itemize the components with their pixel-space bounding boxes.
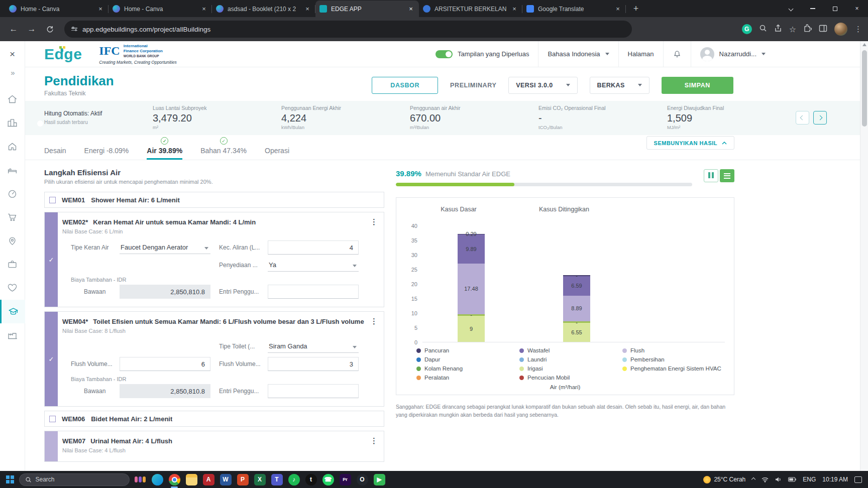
- bookmark-star-icon[interactable]: ☆: [789, 25, 796, 34]
- wem06-checkbox[interactable]: [49, 416, 56, 422]
- measure-card-wem01[interactable]: WEM01 Shower Hemat Air: 6 L/menit: [44, 192, 384, 208]
- tab-desain[interactable]: Desain: [44, 137, 66, 160]
- wem04-selected-stripe[interactable]: ✓: [45, 312, 58, 406]
- browser-menu-icon[interactable]: ⋮: [854, 25, 862, 34]
- clock[interactable]: 10:19 AM: [822, 476, 848, 483]
- address-bar[interactable]: app.edgebuildings.com/project/allBuildin…: [64, 21, 632, 38]
- tiktok-icon[interactable]: t: [305, 474, 317, 485]
- measure-menu-icon[interactable]: ⋮: [370, 217, 378, 226]
- extensions-icon[interactable]: [803, 24, 812, 35]
- prev-subproject-button[interactable]: [796, 111, 809, 125]
- new-tab-button[interactable]: +: [629, 2, 643, 16]
- version-dropdown[interactable]: VERSI 3.0.0: [508, 77, 577, 94]
- network-icon[interactable]: [762, 476, 769, 482]
- wem01-checkbox[interactable]: [49, 197, 56, 203]
- supply-select[interactable]: Ya: [268, 259, 359, 272]
- page-menu[interactable]: Halaman: [618, 41, 663, 67]
- browser-tab[interactable]: ARSITEKTUR BERKELANJU×: [419, 1, 522, 17]
- powerpoint-icon[interactable]: P: [237, 474, 249, 485]
- flush-small-input[interactable]: [268, 357, 359, 371]
- minimize-button[interactable]: [802, 0, 824, 17]
- map-icon[interactable]: [0, 229, 25, 253]
- tab-close-icon[interactable]: ×: [303, 5, 311, 13]
- edge-icon[interactable]: [152, 474, 163, 485]
- toilet-type-select[interactable]: Siram Ganda: [268, 340, 359, 353]
- notifications-button[interactable]: [663, 41, 691, 67]
- explorer-icon[interactable]: [186, 474, 197, 485]
- buildings-icon[interactable]: [0, 111, 25, 135]
- education-icon[interactable]: [0, 300, 25, 323]
- notification-center-icon[interactable]: [854, 476, 862, 483]
- taskbar-search[interactable]: Search: [19, 473, 130, 486]
- chart-view-toggle[interactable]: [704, 169, 718, 182]
- scrollbar-thumb[interactable]: [862, 50, 867, 127]
- word-icon[interactable]: W: [220, 474, 232, 485]
- tab-bahan[interactable]: ✓Bahan 47.34%: [200, 137, 247, 160]
- share-icon[interactable]: [774, 24, 782, 34]
- meter-icon[interactable]: [0, 182, 25, 205]
- back-icon[interactable]: ←: [6, 22, 21, 37]
- house-icon[interactable]: [0, 135, 25, 158]
- home-icon[interactable]: [0, 87, 25, 111]
- tab-close-icon[interactable]: ×: [614, 5, 622, 13]
- tab-close-icon[interactable]: ×: [200, 5, 208, 13]
- tab-search-caret-icon[interactable]: [780, 0, 802, 17]
- maximize-button[interactable]: [824, 0, 846, 17]
- excel-icon[interactable]: X: [254, 474, 266, 485]
- save-button[interactable]: SIMPAN: [662, 77, 733, 94]
- input-language[interactable]: ENG: [803, 476, 816, 483]
- tab-close-icon[interactable]: ×: [510, 5, 518, 13]
- tab-close-icon[interactable]: ×: [96, 5, 104, 13]
- whatsapp-icon[interactable]: ☎: [322, 474, 334, 485]
- tab-operasi[interactable]: Operasi: [265, 137, 289, 160]
- browser-tab[interactable]: Home - Canva×: [5, 1, 108, 17]
- battery-icon[interactable]: [788, 477, 796, 482]
- health-icon[interactable]: [0, 276, 25, 300]
- measure-menu-icon[interactable]: ⋮: [370, 317, 378, 326]
- page-scrollbar[interactable]: [860, 41, 868, 471]
- shareit-icon[interactable]: ▶: [374, 474, 385, 485]
- tab-air[interactable]: ✓Air 39.89%: [147, 137, 182, 160]
- flush-large-input[interactable]: [120, 357, 210, 371]
- hide-results-button[interactable]: SEMBUNYIKAN HASIL: [646, 136, 734, 150]
- scroll-up-arrow[interactable]: [862, 43, 866, 46]
- tray-chevron-up-icon[interactable]: [752, 478, 755, 481]
- bedroom-icon[interactable]: [0, 158, 25, 182]
- search-lens-icon[interactable]: [759, 24, 767, 34]
- wem02-selected-stripe[interactable]: ✓: [45, 212, 58, 307]
- user-menu[interactable]: Nazarruddi...: [691, 41, 775, 67]
- tab-close-icon[interactable]: ×: [407, 5, 415, 13]
- browser-tab[interactable]: Google Translate×: [522, 1, 626, 17]
- user-cost-input[interactable]: [268, 285, 359, 299]
- acrobat-icon[interactable]: A: [203, 474, 214, 485]
- files-dropdown[interactable]: BERKAS: [590, 77, 649, 94]
- measure-menu-icon[interactable]: ⋮: [370, 436, 378, 445]
- people-icon[interactable]: [135, 474, 146, 485]
- dashboard-button[interactable]: DASBOR: [372, 77, 438, 94]
- start-button[interactable]: [6, 475, 14, 483]
- reload-icon[interactable]: [42, 22, 57, 37]
- measure-card-wem06[interactable]: WEM06 Bidet Hemat Air: 2 L/menit: [44, 411, 384, 427]
- site-info-icon[interactable]: [71, 28, 77, 31]
- faucet-type-select[interactable]: Faucet Dengan Aerator: [120, 241, 210, 254]
- teams-icon[interactable]: T: [271, 474, 283, 485]
- grammarly-icon[interactable]: G: [742, 24, 752, 34]
- profile-avatar[interactable]: [834, 23, 847, 36]
- flow-rate-input[interactable]: [268, 240, 359, 255]
- user-cost-input[interactable]: [268, 384, 359, 398]
- language-selector[interactable]: Bahasa Indonesia: [538, 41, 618, 67]
- browser-tab[interactable]: EDGE APP×: [315, 1, 419, 17]
- volume-icon[interactable]: [775, 476, 782, 482]
- chrome-icon[interactable]: [169, 474, 180, 485]
- browser-tab[interactable]: asdsad - Booklet (210 x 2×: [212, 1, 315, 17]
- close-button[interactable]: ×: [846, 0, 868, 17]
- sidebar-expand-icon[interactable]: »: [11, 68, 14, 81]
- spotify-icon[interactable]: ♪: [288, 474, 300, 485]
- expanded-view-toggle[interactable]: [436, 50, 453, 58]
- side-panel-icon[interactable]: [819, 24, 827, 35]
- sidebar-close-icon[interactable]: ×: [0, 46, 25, 62]
- next-subproject-button[interactable]: [813, 111, 827, 125]
- tab-energi[interactable]: Energi -8.09%: [84, 137, 129, 160]
- weather-widget[interactable]: 25°C Cerah: [703, 476, 745, 483]
- wem07-selected-stripe[interactable]: ✓: [45, 431, 58, 461]
